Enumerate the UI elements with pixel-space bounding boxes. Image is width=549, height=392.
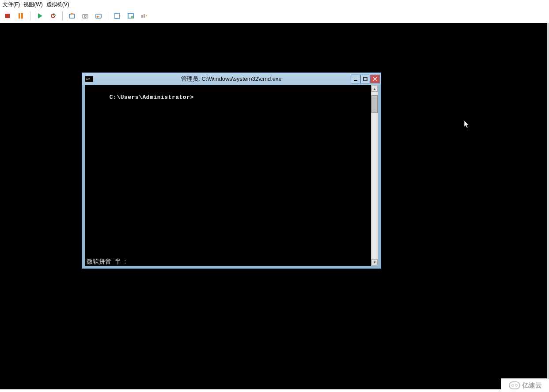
cmd-titlebar[interactable]: C:\ 管理员: C:\Windows\system32\cmd.exe: [82, 73, 381, 85]
svg-rect-12: [141, 15, 143, 18]
toolbar-separator: [108, 11, 108, 20]
cmd-scrollbar[interactable]: ▴ ▾: [371, 85, 378, 266]
close-button[interactable]: [370, 75, 380, 83]
stop-button[interactable]: [3, 11, 12, 21]
snapshot-manage-button[interactable]: [80, 11, 90, 21]
pause-button[interactable]: [16, 11, 26, 21]
window-controls: [351, 75, 380, 83]
svg-rect-13: [144, 14, 145, 18]
ime-status-bar: 微软拼音 半 :: [85, 258, 128, 266]
play-button[interactable]: [35, 11, 45, 21]
restart-button[interactable]: [48, 11, 58, 21]
svg-rect-15: [363, 77, 367, 81]
watermark: 亿速云: [501, 378, 549, 392]
scroll-thumb[interactable]: [371, 95, 378, 113]
unity-button[interactable]: [139, 11, 149, 21]
toolbar: [0, 9, 549, 23]
svg-point-11: [131, 16, 133, 19]
scroll-down-button[interactable]: ▾: [371, 259, 378, 265]
svg-rect-1: [19, 13, 20, 19]
revert-snapshot-button[interactable]: [94, 11, 103, 21]
menubar: 文件(F) 视图(W) 虚拟机(V): [0, 0, 549, 9]
toolbar-separator: [62, 11, 63, 20]
cmd-text-area[interactable]: C:\Users\Administrator> 微软拼音 半 :: [85, 85, 371, 266]
menu-file[interactable]: 文件(F): [3, 1, 20, 8]
toolbar-separator: [30, 11, 30, 20]
svg-rect-4: [69, 14, 75, 18]
watermark-text: 亿速云: [522, 381, 542, 390]
menu-view[interactable]: 视图(W): [23, 1, 42, 8]
svg-rect-0: [5, 14, 10, 18]
menu-vm[interactable]: 虚拟机(V): [46, 1, 69, 8]
cmd-icon: C:\: [85, 76, 93, 82]
cmd-title: 管理员: C:\Windows\system32\cmd.exe: [82, 75, 381, 83]
cmd-prompt: C:\Users\Administrator>: [110, 94, 194, 101]
svg-rect-8: [96, 14, 101, 18]
svg-marker-3: [38, 13, 42, 19]
cmd-body: C:\Users\Administrator> 微软拼音 半 : ▴ ▾: [85, 85, 378, 266]
scroll-track[interactable]: [371, 92, 378, 259]
install-tools-button[interactable]: [113, 11, 122, 21]
host-scrollbar[interactable]: [547, 23, 549, 389]
cmd-window[interactable]: C:\ 管理员: C:\Windows\system32\cmd.exe C:\…: [82, 72, 381, 269]
svg-rect-9: [115, 13, 119, 19]
watermark-logo-icon: [509, 381, 520, 389]
fullscreen-button[interactable]: [126, 11, 136, 21]
maximize-button[interactable]: [360, 75, 370, 83]
minimize-button[interactable]: [351, 75, 360, 83]
scroll-up-button[interactable]: ▴: [371, 86, 378, 92]
snapshot-button[interactable]: [67, 11, 77, 21]
svg-rect-2: [21, 13, 23, 19]
svg-point-7: [84, 15, 86, 17]
svg-rect-5: [71, 13, 73, 15]
svg-rect-14: [354, 80, 357, 81]
